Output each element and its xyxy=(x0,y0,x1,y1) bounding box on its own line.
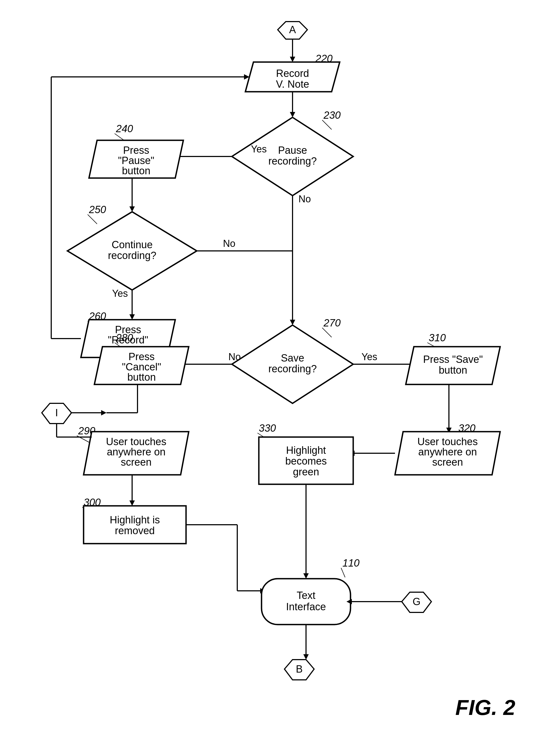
node-user-touches-right-line3: screen xyxy=(432,456,463,468)
svg-marker-71 xyxy=(303,654,309,659)
svg-marker-6 xyxy=(290,112,295,117)
node-pause-recording-line1: Pause xyxy=(278,144,307,156)
ref-240: 240 xyxy=(116,123,133,134)
svg-line-12 xyxy=(115,134,124,140)
node-user-touches-left-line2: anywhere on xyxy=(107,446,166,457)
ref-110: 110 xyxy=(343,557,359,569)
node-user-touches-right-line1: User touches xyxy=(417,436,478,447)
node-save-recording-line1: Save xyxy=(281,352,305,364)
ref-310: 310 xyxy=(429,332,446,343)
ref-270: 270 xyxy=(323,317,340,329)
svg-line-30 xyxy=(322,328,332,337)
node-user-touches-right-line2: anywhere on xyxy=(418,446,477,457)
node-highlight-removed-line1: Highlight is xyxy=(110,514,160,526)
svg-marker-21 xyxy=(129,314,135,320)
svg-marker-46 xyxy=(129,500,135,506)
node-text-interface-line1: Text xyxy=(296,590,315,601)
svg-line-7 xyxy=(322,120,332,130)
pause-yes-label: Yes xyxy=(251,143,267,155)
flowchart-diagram: A 220 Record V. Note 230 Pause recording… xyxy=(0,0,560,750)
ref-230: 230 xyxy=(323,110,340,121)
svg-marker-15 xyxy=(129,206,135,212)
svg-marker-29 xyxy=(290,320,295,325)
node-continue-recording-line1: Continue xyxy=(111,239,152,250)
svg-marker-2 xyxy=(290,57,295,62)
node-save-recording-line2: recording? xyxy=(268,363,317,374)
node-highlight-green-line2: becomes xyxy=(285,455,327,467)
node-record-v-note-line2: V. Note xyxy=(276,79,309,90)
node-press-cancel-line1: Press xyxy=(128,351,154,362)
pause-no-label: No xyxy=(298,194,311,204)
node-user-touches-left-line1: User touches xyxy=(106,436,166,447)
node-highlight-green-line1: Highlight xyxy=(286,445,326,456)
svg-line-16 xyxy=(88,215,97,224)
node-press-save-line2: button xyxy=(439,364,467,376)
save-no-label: No xyxy=(228,351,241,362)
svg-marker-64 xyxy=(303,573,309,579)
continue-yes-label: Yes xyxy=(112,288,128,299)
node-press-pause-line2: "Pause" xyxy=(118,155,154,166)
continue-no-label: No xyxy=(223,238,235,249)
node-i-label: I xyxy=(55,407,58,418)
node-press-pause-line1: Press xyxy=(123,144,149,156)
node-b-label: B xyxy=(296,664,303,675)
ref-250: 250 xyxy=(89,204,106,215)
node-record-v-note-line1: Record xyxy=(276,68,309,79)
node-pause-recording-line2: recording? xyxy=(268,155,317,167)
node-press-cancel-line2: "Cancel" xyxy=(122,361,161,373)
svg-line-65 xyxy=(341,568,345,577)
ref-330: 330 xyxy=(259,422,276,434)
node-g-label: G xyxy=(413,596,421,607)
node-press-save-line1: Press "Save" xyxy=(423,354,483,365)
svg-marker-40 xyxy=(101,410,106,415)
node-text-interface-line2: Interface xyxy=(286,601,326,612)
node-highlight-removed-line2: removed xyxy=(115,525,155,536)
node-a-label: A xyxy=(289,24,296,35)
node-user-touches-left-line3: screen xyxy=(121,456,151,468)
ref-280: 280 xyxy=(116,332,133,343)
node-press-pause-line3: button xyxy=(122,165,150,176)
node-highlight-green-line3: green xyxy=(293,466,319,477)
save-yes-label: Yes xyxy=(361,351,377,362)
fig-label: FIG. 2 xyxy=(455,695,515,719)
node-continue-recording-line2: recording? xyxy=(108,250,157,261)
node-press-cancel-line3: button xyxy=(127,372,156,383)
